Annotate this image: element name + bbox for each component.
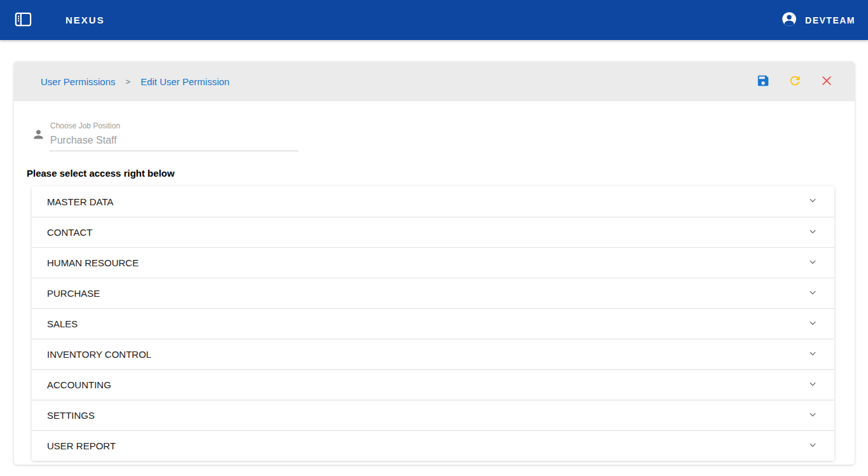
refresh-button[interactable] xyxy=(787,74,803,89)
panel-label: INVENTORY CONTROL xyxy=(47,349,806,360)
accordion-panel-user-report[interactable]: USER REPORT xyxy=(32,430,834,461)
accordion-panel-settings[interactable]: SETTINGS xyxy=(32,400,834,430)
person-icon xyxy=(32,128,45,151)
access-rights-accordion: MASTER DATA CONTACT HUMAN RESOURCE PURCH… xyxy=(32,186,834,461)
app-bar: NEXUS DEVTEAM xyxy=(0,0,868,40)
chevron-down-icon xyxy=(806,408,819,423)
close-button[interactable] xyxy=(819,74,834,89)
panel-label: SALES xyxy=(47,318,806,329)
save-button[interactable] xyxy=(756,74,771,89)
chevron-down-icon xyxy=(806,439,819,454)
accordion-panel-accounting[interactable]: ACCOUNTING xyxy=(32,369,834,400)
card-body: Choose Job Position Purchase Staff Pleas… xyxy=(14,101,855,465)
panel-label: HUMAN RESOURCE xyxy=(47,257,806,268)
refresh-icon xyxy=(788,74,802,90)
breadcrumb: User Permissions > Edit User Permission xyxy=(41,76,229,87)
chevron-down-icon xyxy=(806,225,819,240)
chevron-down-icon xyxy=(806,316,819,332)
accordion-panel-sales[interactable]: SALES xyxy=(32,308,834,339)
job-position-value: Purchase Staff xyxy=(50,135,298,146)
user-menu[interactable]: DEVTEAM xyxy=(781,11,855,30)
job-position-select[interactable]: Choose Job Position Purchase Staff xyxy=(32,121,834,151)
chevron-down-icon xyxy=(806,194,819,209)
user-name: DEVTEAM xyxy=(805,15,855,25)
close-x-icon xyxy=(820,74,833,89)
accordion-panel-master-data[interactable]: MASTER DATA xyxy=(32,186,834,217)
panel-label: CONTACT xyxy=(47,227,806,238)
panel-label: ACCOUNTING xyxy=(47,379,806,390)
accordion-panel-contact[interactable]: CONTACT xyxy=(32,217,834,247)
accordion-panel-inventory-control[interactable]: INVENTORY CONTROL xyxy=(32,339,834,369)
card-toolbar xyxy=(756,74,842,89)
save-floppy-icon xyxy=(756,74,770,90)
chevron-down-icon xyxy=(806,377,819,393)
panel-label: USER REPORT xyxy=(47,440,806,451)
chevron-down-icon xyxy=(806,286,819,301)
sidebar-toggle-button[interactable] xyxy=(10,8,36,33)
accordion-panel-purchase[interactable]: PURCHASE xyxy=(32,278,834,308)
panel-label: PURCHASE xyxy=(47,288,806,299)
sidebar-toggle-icon xyxy=(13,10,33,31)
breadcrumb-edit-user-permission-link[interactable]: Edit User Permission xyxy=(140,76,229,87)
job-position-label: Choose Job Position xyxy=(50,121,298,130)
panel-label: MASTER DATA xyxy=(47,196,806,207)
chevron-down-icon xyxy=(806,255,819,271)
accordion-panel-human-resource[interactable]: HUMAN RESOURCE xyxy=(32,247,834,278)
breadcrumb-separator: > xyxy=(126,77,131,86)
edit-permission-card: User Permissions > Edit User Permission xyxy=(14,62,855,465)
card-header: User Permissions > Edit User Permission xyxy=(14,62,855,101)
app-title: NEXUS xyxy=(65,15,105,25)
access-rights-heading: Please select access right below xyxy=(27,168,834,179)
chevron-down-icon xyxy=(806,347,819,362)
account-circle-icon xyxy=(781,11,797,30)
panel-label: SETTINGS xyxy=(47,410,806,421)
breadcrumb-user-permissions-link[interactable]: User Permissions xyxy=(41,76,116,87)
